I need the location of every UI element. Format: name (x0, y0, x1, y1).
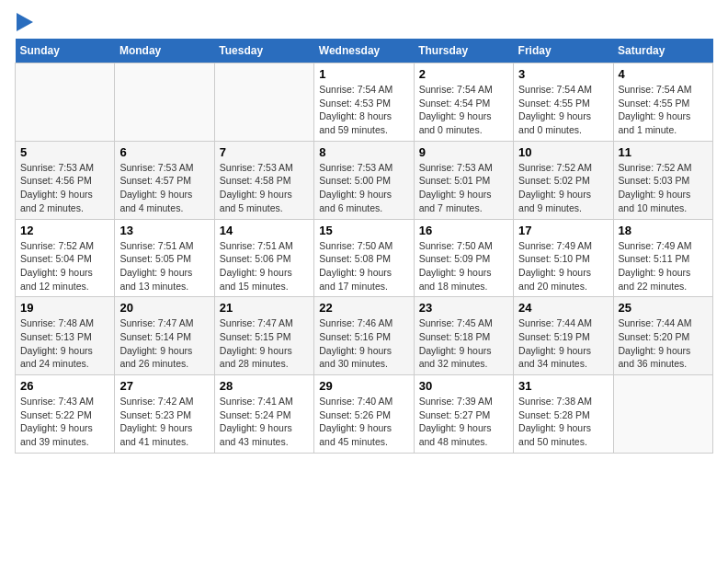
calendar-day-cell: 18Sunrise: 7:49 AM Sunset: 5:11 PM Dayli… (613, 219, 712, 297)
day-info: Sunrise: 7:52 AM Sunset: 5:04 PM Dayligh… (20, 239, 109, 293)
day-number: 7 (220, 145, 309, 159)
calendar-day-cell: 3Sunrise: 7:54 AM Sunset: 4:55 PM Daylig… (514, 63, 613, 142)
calendar-day-cell: 24Sunrise: 7:44 AM Sunset: 5:19 PM Dayli… (514, 297, 613, 375)
day-of-week-header: Friday (514, 39, 613, 63)
day-number: 13 (119, 224, 209, 237)
day-number: 26 (20, 379, 109, 393)
calendar-day-cell: 25Sunrise: 7:44 AM Sunset: 5:20 PM Dayli… (613, 297, 712, 375)
calendar-day-cell: 6Sunrise: 7:53 AM Sunset: 4:57 PM Daylig… (115, 141, 214, 219)
calendar-day-cell: 31Sunrise: 7:38 AM Sunset: 5:28 PM Dayli… (514, 375, 613, 454)
day-number: 31 (518, 379, 608, 393)
calendar-day-cell (16, 63, 115, 142)
day-number: 8 (319, 145, 408, 159)
calendar-day-cell: 21Sunrise: 7:47 AM Sunset: 5:15 PM Dayli… (214, 297, 313, 375)
day-info: Sunrise: 7:50 AM Sunset: 5:08 PM Dayligh… (319, 239, 408, 293)
day-number: 1 (319, 67, 408, 81)
day-info: Sunrise: 7:48 AM Sunset: 5:13 PM Dayligh… (20, 316, 109, 371)
day-info: Sunrise: 7:47 AM Sunset: 5:15 PM Dayligh… (220, 316, 309, 371)
day-number: 14 (220, 224, 309, 237)
day-info: Sunrise: 7:44 AM Sunset: 5:19 PM Dayligh… (518, 316, 608, 371)
calendar-day-cell: 5Sunrise: 7:53 AM Sunset: 4:56 PM Daylig… (16, 141, 115, 219)
calendar-week-row: 12Sunrise: 7:52 AM Sunset: 5:04 PM Dayli… (16, 219, 713, 297)
day-number: 28 (220, 379, 309, 393)
calendar-day-cell: 26Sunrise: 7:43 AM Sunset: 5:22 PM Dayli… (16, 375, 115, 454)
day-info: Sunrise: 7:45 AM Sunset: 5:18 PM Dayligh… (419, 316, 508, 371)
day-number: 19 (20, 301, 109, 315)
day-number: 24 (518, 301, 608, 315)
day-number: 12 (20, 224, 109, 237)
calendar-day-cell: 11Sunrise: 7:52 AM Sunset: 5:03 PM Dayli… (613, 141, 712, 219)
day-number: 30 (419, 379, 508, 393)
calendar-day-cell: 29Sunrise: 7:40 AM Sunset: 5:26 PM Dayli… (314, 375, 414, 454)
day-info: Sunrise: 7:43 AM Sunset: 5:22 PM Dayligh… (20, 395, 109, 449)
day-number: 5 (20, 145, 109, 159)
day-number: 17 (518, 224, 608, 237)
day-info: Sunrise: 7:50 AM Sunset: 5:09 PM Dayligh… (419, 239, 508, 293)
calendar-day-cell: 10Sunrise: 7:52 AM Sunset: 5:02 PM Dayli… (514, 141, 613, 219)
calendar-day-cell (115, 63, 214, 142)
day-number: 20 (119, 301, 209, 315)
calendar-week-row: 19Sunrise: 7:48 AM Sunset: 5:13 PM Dayli… (16, 297, 713, 375)
day-of-week-header: Sunday (16, 39, 115, 63)
calendar-day-cell: 15Sunrise: 7:50 AM Sunset: 5:08 PM Dayli… (314, 219, 414, 297)
calendar-week-row: 5Sunrise: 7:53 AM Sunset: 4:56 PM Daylig… (16, 141, 713, 219)
calendar-day-cell: 13Sunrise: 7:51 AM Sunset: 5:05 PM Dayli… (115, 219, 214, 297)
calendar-day-cell: 16Sunrise: 7:50 AM Sunset: 5:09 PM Dayli… (414, 219, 513, 297)
day-of-week-header: Wednesday (314, 39, 414, 63)
logo-arrow-icon (17, 13, 33, 31)
day-info: Sunrise: 7:54 AM Sunset: 4:55 PM Dayligh… (619, 83, 708, 137)
calendar-day-cell: 17Sunrise: 7:49 AM Sunset: 5:10 PM Dayli… (514, 219, 613, 297)
day-info: Sunrise: 7:54 AM Sunset: 4:53 PM Dayligh… (319, 83, 408, 137)
day-info: Sunrise: 7:53 AM Sunset: 4:57 PM Dayligh… (119, 161, 209, 215)
calendar-day-cell: 1Sunrise: 7:54 AM Sunset: 4:53 PM Daylig… (314, 63, 414, 142)
calendar-day-cell: 8Sunrise: 7:53 AM Sunset: 5:00 PM Daylig… (314, 141, 414, 219)
day-info: Sunrise: 7:47 AM Sunset: 5:14 PM Dayligh… (119, 316, 209, 371)
day-info: Sunrise: 7:53 AM Sunset: 5:01 PM Dayligh… (419, 161, 508, 215)
day-number: 16 (419, 224, 508, 237)
calendar-week-row: 1Sunrise: 7:54 AM Sunset: 4:53 PM Daylig… (16, 63, 713, 142)
calendar-day-cell: 12Sunrise: 7:52 AM Sunset: 5:04 PM Dayli… (16, 219, 115, 297)
page-header (15, 15, 713, 28)
day-number: 25 (619, 301, 708, 315)
day-number: 18 (619, 224, 708, 237)
calendar-day-cell (613, 375, 712, 454)
day-info: Sunrise: 7:39 AM Sunset: 5:27 PM Dayligh… (419, 395, 508, 449)
day-number: 15 (319, 224, 408, 237)
calendar-day-cell: 19Sunrise: 7:48 AM Sunset: 5:13 PM Dayli… (16, 297, 115, 375)
day-number: 21 (220, 301, 309, 315)
calendar-day-cell: 14Sunrise: 7:51 AM Sunset: 5:06 PM Dayli… (214, 219, 313, 297)
calendar-header-row: SundayMondayTuesdayWednesdayThursdayFrid… (16, 39, 713, 63)
calendar-table: SundayMondayTuesdayWednesdayThursdayFrid… (15, 39, 713, 454)
calendar-day-cell: 20Sunrise: 7:47 AM Sunset: 5:14 PM Dayli… (115, 297, 214, 375)
day-info: Sunrise: 7:41 AM Sunset: 5:24 PM Dayligh… (220, 395, 309, 449)
day-info: Sunrise: 7:52 AM Sunset: 5:03 PM Dayligh… (619, 161, 708, 215)
day-info: Sunrise: 7:46 AM Sunset: 5:16 PM Dayligh… (319, 316, 408, 371)
calendar-day-cell (214, 63, 313, 142)
day-of-week-header: Thursday (414, 39, 513, 63)
day-info: Sunrise: 7:49 AM Sunset: 5:11 PM Dayligh… (619, 239, 708, 293)
day-info: Sunrise: 7:53 AM Sunset: 4:58 PM Dayligh… (220, 161, 309, 215)
day-of-week-header: Saturday (613, 39, 712, 63)
day-info: Sunrise: 7:52 AM Sunset: 5:02 PM Dayligh… (518, 161, 608, 215)
calendar-day-cell: 27Sunrise: 7:42 AM Sunset: 5:23 PM Dayli… (115, 375, 214, 454)
day-number: 9 (419, 145, 508, 159)
day-number: 4 (619, 67, 708, 81)
calendar-day-cell: 9Sunrise: 7:53 AM Sunset: 5:01 PM Daylig… (414, 141, 513, 219)
day-number: 22 (319, 301, 408, 315)
day-number: 2 (419, 67, 508, 81)
day-number: 27 (119, 379, 209, 393)
day-info: Sunrise: 7:49 AM Sunset: 5:10 PM Dayligh… (518, 239, 608, 293)
calendar-week-row: 26Sunrise: 7:43 AM Sunset: 5:22 PM Dayli… (16, 375, 713, 454)
day-info: Sunrise: 7:38 AM Sunset: 5:28 PM Dayligh… (518, 395, 608, 449)
day-info: Sunrise: 7:53 AM Sunset: 4:56 PM Dayligh… (20, 161, 109, 215)
day-info: Sunrise: 7:44 AM Sunset: 5:20 PM Dayligh… (619, 316, 708, 371)
day-number: 29 (319, 379, 408, 393)
day-info: Sunrise: 7:40 AM Sunset: 5:26 PM Dayligh… (319, 395, 408, 449)
calendar-day-cell: 7Sunrise: 7:53 AM Sunset: 4:58 PM Daylig… (214, 141, 313, 219)
calendar-day-cell: 2Sunrise: 7:54 AM Sunset: 4:54 PM Daylig… (414, 63, 513, 142)
day-number: 3 (518, 67, 608, 81)
day-number: 23 (419, 301, 508, 315)
day-number: 10 (518, 145, 608, 159)
day-of-week-header: Monday (115, 39, 214, 63)
day-info: Sunrise: 7:51 AM Sunset: 5:05 PM Dayligh… (119, 239, 209, 293)
